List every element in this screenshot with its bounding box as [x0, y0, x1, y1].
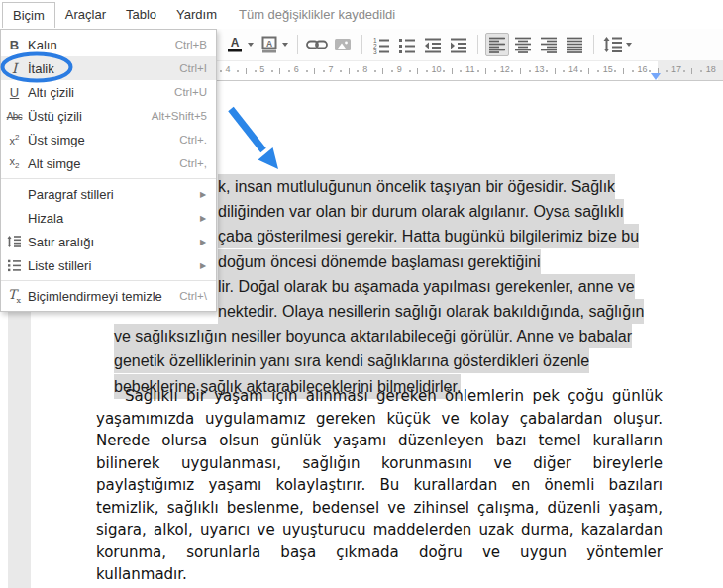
ruler-tick — [623, 68, 624, 74]
ruler-tick — [666, 70, 668, 72]
menu-item-paragraf-stilleri[interactable]: Paragraf stilleri▶ — [1, 182, 216, 206]
menu-item-alti-cizili[interactable]: UAltı çiziliCtrl+U — [1, 80, 216, 104]
menu-item-satir-araligi[interactable]: Satır aralığı▶ — [1, 230, 216, 253]
ruler-tick — [340, 70, 342, 72]
line-spacing-caret-icon[interactable] — [626, 43, 632, 47]
ruler-tick — [391, 70, 393, 72]
selected-text-line: k, insan mutluluğunun öncelik taşıyan bi… — [218, 174, 615, 199]
line-spacing-button[interactable] — [601, 33, 625, 56]
align-right-icon — [540, 36, 558, 54]
subscript-icon: x2 — [1, 155, 28, 170]
menu-item-bicimlendirmeyi-temizle[interactable]: TxBiçimlendirmeyi temizleCtrl+\ — [1, 284, 216, 308]
menubar-item-yardim[interactable]: Yardım — [166, 2, 227, 27]
body-text-line: bilinerek uygulanması, sağlığın korunmas… — [96, 452, 663, 475]
body-text-line: sigara, alkol, uyarıcı ve uyuşturucu mad… — [96, 519, 663, 541]
selected-text-line: nektedir. Olaya nesillerin sağlığı olara… — [218, 299, 644, 324]
ruler-tick — [374, 70, 376, 72]
body-text-line: temizlik, sağlıklı beslenme, bedensel ve… — [96, 497, 663, 520]
menu-item-shortcut: Ctrl+. — [179, 134, 216, 146]
body-text-line: paylaştığımız yaşamı kolaylaştırır. Bu k… — [96, 474, 663, 497]
ruler-tick — [220, 70, 222, 72]
increase-indent-button[interactable] — [447, 33, 470, 56]
menu-item-alt-simge[interactable]: x2Alt simgeCtrl+, — [1, 151, 216, 175]
menu-item-shortcut: Ctrl+, — [179, 157, 216, 169]
svg-text:A: A — [231, 36, 240, 49]
paragraph-2[interactable]: Sağlıklı bir yaşam için alınması gereken… — [96, 385, 663, 586]
superscript-icon: x2 — [1, 133, 28, 147]
insert-link-button[interactable] — [305, 33, 329, 56]
ruler-tick — [255, 70, 257, 72]
highlight-color-icon: A — [260, 36, 278, 53]
decrease-indent-button[interactable] — [421, 33, 445, 56]
line-spacing-icon — [1, 235, 28, 248]
submenu-arrow-icon: ▶ — [200, 238, 216, 246]
bold-icon: B — [1, 38, 28, 52]
format-dropdown-menu: BKalınCtrl+BIİtalikCtrl+IUAltı çiziliCtr… — [0, 29, 217, 312]
line-spacing-icon — [603, 36, 623, 53]
toolbar-separator — [477, 35, 478, 54]
menu-item-kalin[interactable]: BKalınCtrl+B — [1, 33, 216, 56]
align-justify-button[interactable] — [563, 33, 586, 56]
ruler-tick — [382, 68, 383, 74]
ruler-number: 5 — [259, 64, 264, 74]
increase-indent-icon — [450, 36, 467, 54]
menu-item-ust-simge[interactable]: x2Üst simgeCtrl+. — [1, 128, 216, 151]
ruler-tick — [426, 70, 428, 72]
ruler-number: 7 — [328, 64, 333, 74]
menu-item-italik[interactable]: IİtalikCtrl+I — [1, 56, 216, 80]
ruler-tick — [409, 70, 411, 72]
highlight-color-button[interactable]: A — [258, 33, 281, 56]
bulleted-list-button[interactable] — [395, 33, 419, 56]
decrease-indent-icon — [424, 36, 442, 54]
ruler-number: 12 — [500, 64, 510, 74]
ruler-tick — [691, 68, 692, 74]
align-center-icon — [514, 36, 532, 54]
svg-text:3: 3 — [373, 48, 377, 54]
insert-link-icon — [306, 36, 328, 53]
highlight-color-caret-icon[interactable] — [282, 43, 288, 47]
menubar-item-bicim[interactable]: Biçim — [2, 2, 55, 28]
text-color-caret-icon[interactable] — [248, 43, 254, 47]
menu-item-ustu-cizili[interactable]: AbcÜstü çiziliAlt+Shift+5 — [1, 104, 216, 128]
text-color-button[interactable]: A — [223, 33, 247, 56]
menu-item-liste-stilleri[interactable]: Liste stilleri▶ — [1, 253, 216, 277]
ruler-tick — [563, 70, 565, 72]
selected-text-line: çaba gösterilmesi gerekir. Hatta bugünkü… — [218, 224, 639, 248]
menu-bar: BiçimAraçlarTabloYardım Tüm değişiklikle… — [0, 0, 723, 29]
ruler-number: 14 — [568, 64, 578, 74]
body-text-line: yaşamımızda uygulamamız gereken küçük ve… — [96, 408, 663, 431]
ruler-number: 11 — [465, 64, 474, 74]
ruler-number: 16 — [637, 64, 647, 74]
indent-marker-icon[interactable] — [651, 73, 661, 80]
body-text-line: Nerede olursa olsun günlük yaşamı düzenl… — [96, 430, 663, 452]
toolbar-separator — [362, 35, 362, 54]
menu-bar-items: BiçimAraçlarTabloYardım — [2, 0, 227, 29]
ruler-tick — [323, 70, 325, 72]
menu-item-label: Alt simge — [28, 156, 179, 171]
selected-text-line: doğum öncesi dönemde başlaması gerektiği… — [218, 249, 541, 274]
google-docs-window: BiçimAraçlarTabloYardım Tüm değişiklikle… — [0, 0, 723, 588]
numbered-list-button[interactable]: 123 — [369, 33, 393, 56]
ruler-tick — [588, 68, 589, 74]
bulleted-list-icon — [398, 36, 416, 54]
insert-image-button[interactable] — [331, 33, 355, 56]
ruler-number: 15 — [603, 64, 613, 74]
align-center-button[interactable] — [511, 33, 535, 56]
align-justify-icon — [566, 36, 583, 54]
menubar-item-tablo[interactable]: Tablo — [116, 2, 166, 27]
align-left-button[interactable] — [485, 33, 509, 56]
ruler-number: 13 — [534, 64, 544, 74]
align-right-button[interactable] — [537, 33, 561, 56]
menu-item-label: Hizala — [28, 211, 200, 226]
ruler-tick — [452, 68, 453, 74]
ruler-tick — [632, 70, 634, 72]
ruler-tick — [314, 68, 315, 74]
menu-item-label: İtalik — [28, 61, 179, 76]
ruler-tick — [357, 70, 359, 72]
menu-item-hizala[interactable]: Hizala▶ — [1, 206, 216, 230]
selected-text-line: ve sağlıksızlığın nesiller boyunca aktar… — [114, 324, 632, 348]
numbered-list-icon: 123 — [372, 36, 390, 54]
menubar-item-araclar[interactable]: Araçlar — [55, 2, 116, 27]
body-text-line: Sağlıklı bir yaşam için alınması gereken… — [96, 385, 663, 408]
submenu-arrow-icon: ▶ — [200, 190, 216, 199]
